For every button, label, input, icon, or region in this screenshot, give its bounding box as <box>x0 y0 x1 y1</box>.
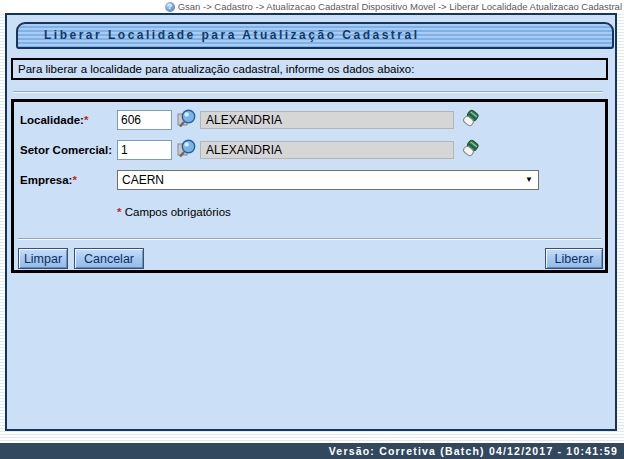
required-fields-note: * Campos obrigatórios <box>117 206 231 218</box>
empresa-select[interactable]: CAERN ▼ <box>117 170 539 190</box>
eraser-icon[interactable] <box>460 139 480 159</box>
main-panel: Liberar Localidade para Atualização Cada… <box>5 13 617 431</box>
limpar-button[interactable]: Limpar <box>18 248 68 269</box>
breadcrumb: ? Gsan -> Cadastro -> Atualizacao Cadast… <box>0 0 624 13</box>
form-box: Localidade:* ALEXANDRIA <box>11 99 608 273</box>
version-text: Versão: Corretiva (Batch) 04/12/2017 - 1… <box>329 445 618 457</box>
liberar-button[interactable]: Liberar <box>545 248 603 269</box>
required-note-text: Campos obrigatórios <box>125 206 231 218</box>
eraser-icon[interactable] <box>460 109 480 129</box>
setor-comercial-label: Setor Comercial: <box>20 139 112 161</box>
search-icon[interactable] <box>176 108 198 130</box>
localidade-row: Localidade:* ALEXANDRIA <box>14 109 605 131</box>
divider <box>13 91 603 93</box>
divider <box>18 238 601 240</box>
search-icon[interactable] <box>176 138 198 160</box>
page-title: Liberar Localidade para Atualização Cada… <box>16 22 614 49</box>
instruction-box: Para liberar a localidade para atualizaç… <box>11 58 608 80</box>
empresa-selected-value: CAERN <box>122 173 164 187</box>
localidade-label-text: Localidade: <box>20 114 84 126</box>
localidade-label: Localidade:* <box>20 109 88 131</box>
status-bar: Versão: Corretiva (Batch) 04/12/2017 - 1… <box>0 443 624 459</box>
chevron-down-icon: ▼ <box>525 171 533 189</box>
cancelar-button[interactable]: Cancelar <box>74 248 144 269</box>
localidade-code-input[interactable] <box>117 110 172 130</box>
setor-comercial-description: ALEXANDRIA <box>200 141 454 159</box>
setor-comercial-code-input[interactable] <box>117 140 172 160</box>
required-asterisk: * <box>117 206 121 218</box>
empresa-label: Empresa:* <box>20 169 77 191</box>
localidade-description: ALEXANDRIA <box>200 111 454 129</box>
setor-comercial-row: Setor Comercial: ALEXANDRIA <box>14 139 605 161</box>
required-asterisk: * <box>84 114 88 126</box>
required-asterisk: * <box>72 174 76 186</box>
empresa-row: Empresa:* CAERN ▼ <box>14 169 605 191</box>
help-icon[interactable]: ? <box>165 2 175 12</box>
breadcrumb-path[interactable]: Gsan -> Cadastro -> Atualizacao Cadastra… <box>178 1 622 12</box>
empresa-label-text: Empresa: <box>20 174 72 186</box>
